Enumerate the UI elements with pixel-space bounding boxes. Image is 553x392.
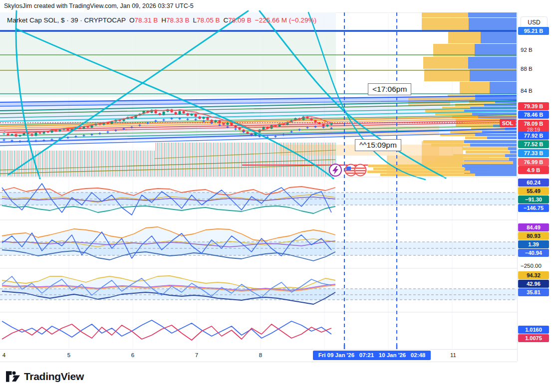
price-axis-badge: 77.33 B bbox=[518, 149, 549, 157]
time-axis[interactable]: 4567811Fri 09 Jan '26 07:21 10 Jan '26 0… bbox=[0, 349, 517, 362]
annotation-15-09pm[interactable]: ^^15:09pm bbox=[355, 139, 401, 151]
time-axis-tick: 4 bbox=[2, 352, 5, 358]
event-icons-canvas[interactable] bbox=[328, 163, 368, 178]
time-axis-tick: 7 bbox=[195, 352, 198, 358]
ohlc-value: 78.31 B bbox=[135, 16, 158, 24]
change-value: −225.66 M (−0.29%) bbox=[255, 16, 316, 24]
price-axis-badge: 78.46 B bbox=[518, 111, 549, 119]
price-axis-badge: 35.81 bbox=[518, 288, 549, 296]
ohlc-value: 78.05 B bbox=[197, 16, 220, 24]
ohlc-key: L bbox=[193, 16, 197, 24]
price-axis-badge: −91.30 bbox=[518, 196, 549, 203]
price-axis-badge: 80.93 bbox=[518, 232, 549, 240]
price-axis-label: 88 B bbox=[521, 66, 533, 72]
time-axis-tick: 8 bbox=[259, 352, 262, 358]
symbol-title[interactable]: Market Cap SOL, $ · 39 · CRYPTOCAP bbox=[7, 16, 126, 24]
price-axis-badge: 76.99 B bbox=[518, 158, 549, 166]
price-axis-label: −250.00 bbox=[521, 263, 542, 269]
time-axis-tick: 6 bbox=[131, 352, 134, 358]
time-axis-tick: 5 bbox=[67, 352, 70, 358]
price-axis-badge: 79.39 B bbox=[518, 102, 549, 110]
price-axis-badge: −146.75 bbox=[518, 204, 549, 212]
ohlc-value: 78.09 B bbox=[228, 16, 252, 24]
crosshair-time-badge: Fri 09 Jan '26 07:21 10 Jan '26 02:48 bbox=[313, 351, 431, 360]
tradingview-chart-window: SkylosJim created with TradingView.com, … bbox=[0, 0, 553, 392]
price-axis-label: 92 B bbox=[521, 47, 533, 53]
sol-series-tag: SOL bbox=[500, 119, 516, 127]
price-axis-badge: 1.0160 bbox=[518, 326, 549, 334]
ohlc-values: O78.31 BH78.33 BL78.05 BC78.09 B bbox=[126, 16, 252, 24]
price-axis-badge: 60.24 bbox=[518, 179, 549, 187]
event-icons[interactable] bbox=[328, 163, 368, 180]
price-axis-badge: 4.9 B bbox=[518, 166, 549, 174]
price-axis-badge: 77.92 B bbox=[518, 132, 549, 140]
ohlc-key: O bbox=[129, 16, 135, 24]
ohlc-key: H bbox=[161, 16, 166, 24]
price-axis-badge: −40.94 bbox=[518, 249, 549, 257]
main-chart-canvas[interactable] bbox=[0, 0, 517, 352]
ohlc-value: 78.33 B bbox=[166, 16, 190, 24]
symbol-title-row[interactable]: Market Cap SOL, $ · 39 · CRYPTOCAPO78.31… bbox=[7, 16, 316, 25]
lightning-event-icon[interactable] bbox=[329, 164, 341, 176]
price-axis-label: 84 B bbox=[521, 88, 533, 94]
price-axis-badge: 77.52 B bbox=[518, 140, 549, 148]
price-axis-badge: 42.96 bbox=[518, 280, 549, 288]
tradingview-logo-icon bbox=[6, 370, 20, 383]
tradingview-logo[interactable]: TradingView bbox=[6, 370, 84, 383]
price-axis-badge: 1.0075 bbox=[518, 334, 549, 342]
price-axis-badge: 84.49 bbox=[518, 223, 549, 231]
us-flag-event-icon[interactable] bbox=[345, 165, 366, 176]
price-axis[interactable]: USD 95.21 B92 B88 B84 B79.39 B78.46 B78.… bbox=[517, 12, 553, 361]
tradingview-logo-text: TradingView bbox=[24, 371, 84, 383]
price-axis-badge: 94.32 bbox=[518, 271, 549, 279]
ohlc-key: C bbox=[224, 16, 229, 24]
price-axis-badge: 95.21 B bbox=[518, 27, 549, 35]
price-axis-badge: 55.49 bbox=[518, 187, 549, 195]
time-axis-tick: 11 bbox=[450, 352, 456, 358]
price-axis-badge: 1.39 bbox=[518, 240, 549, 248]
annotation-17-06pm[interactable]: <17:06pm bbox=[368, 83, 411, 95]
